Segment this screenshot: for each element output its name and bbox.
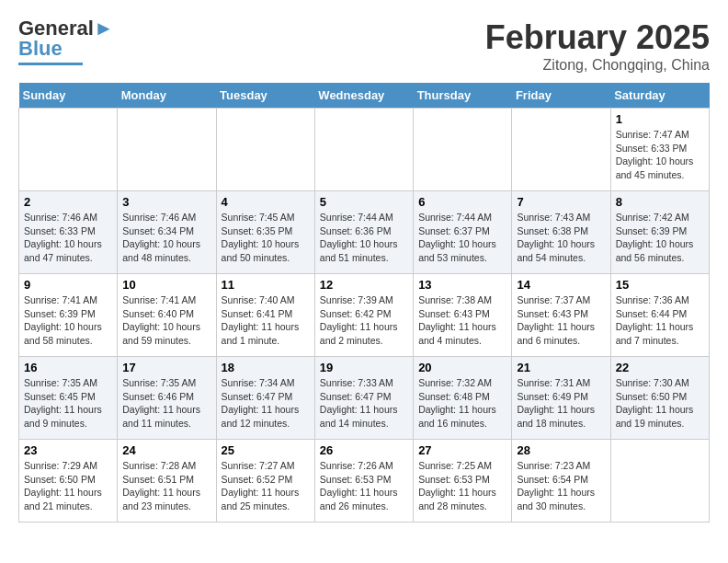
- day-number: 25: [222, 443, 310, 457]
- calendar-cell: 23Sunrise: 7:29 AM Sunset: 6:50 PM Dayli…: [19, 440, 118, 523]
- day-number: 20: [418, 361, 506, 374]
- calendar-body: 1Sunrise: 7:47 AM Sunset: 6:33 PM Daylig…: [19, 109, 710, 523]
- day-info: Sunrise: 7:40 AM Sunset: 6:41 PM Dayligh…: [222, 293, 310, 348]
- day-info: Sunrise: 7:31 AM Sunset: 6:49 PM Dayligh…: [517, 376, 605, 431]
- calendar-cell: 10Sunrise: 7:41 AM Sunset: 6:40 PM Dayli…: [118, 274, 216, 357]
- calendar-cell: 11Sunrise: 7:40 AM Sunset: 6:41 PM Dayli…: [216, 274, 314, 357]
- day-info: Sunrise: 7:46 AM Sunset: 6:34 PM Dayligh…: [122, 211, 210, 265]
- day-number: 4: [222, 195, 310, 209]
- calendar-week-5: 23Sunrise: 7:29 AM Sunset: 6:50 PM Dayli…: [19, 440, 710, 523]
- day-info: Sunrise: 7:32 AM Sunset: 6:48 PM Dayligh…: [418, 376, 506, 431]
- weekday-header-monday: Monday: [118, 83, 216, 109]
- calendar-cell: 21Sunrise: 7:31 AM Sunset: 6:49 PM Dayli…: [512, 357, 610, 440]
- calendar-cell: 3Sunrise: 7:46 AM Sunset: 6:34 PM Daylig…: [118, 191, 216, 274]
- day-number: 7: [517, 195, 605, 209]
- day-number: 3: [122, 195, 210, 209]
- calendar-cell: [414, 109, 512, 191]
- calendar-table: SundayMondayTuesdayWednesdayThursdayFrid…: [18, 83, 710, 523]
- calendar-week-3: 9Sunrise: 7:41 AM Sunset: 6:39 PM Daylig…: [19, 274, 710, 357]
- day-info: Sunrise: 7:34 AM Sunset: 6:47 PM Dayligh…: [222, 376, 310, 431]
- calendar-cell: 6Sunrise: 7:44 AM Sunset: 6:37 PM Daylig…: [414, 191, 512, 274]
- day-number: 24: [122, 443, 210, 457]
- title-section: February 2025 Zitong, Chongqing, China: [485, 18, 710, 74]
- logo-blue: Blue: [18, 37, 63, 61]
- weekday-header-tuesday: Tuesday: [216, 83, 314, 109]
- calendar-cell: [19, 109, 118, 191]
- calendar-cell: 1Sunrise: 7:47 AM Sunset: 6:33 PM Daylig…: [610, 109, 709, 191]
- calendar-cell: 27Sunrise: 7:25 AM Sunset: 6:53 PM Dayli…: [414, 440, 512, 523]
- day-info: Sunrise: 7:41 AM Sunset: 6:40 PM Dayligh…: [122, 293, 210, 348]
- calendar-cell: 14Sunrise: 7:37 AM Sunset: 6:43 PM Dayli…: [512, 274, 610, 357]
- calendar-cell: 20Sunrise: 7:32 AM Sunset: 6:48 PM Dayli…: [414, 357, 512, 440]
- day-number: 15: [616, 278, 704, 292]
- weekday-header-saturday: Saturday: [610, 83, 709, 109]
- day-number: 1: [616, 112, 704, 126]
- day-number: 9: [24, 278, 112, 292]
- day-info: Sunrise: 7:36 AM Sunset: 6:44 PM Dayligh…: [616, 293, 704, 348]
- weekday-header-sunday: Sunday: [19, 83, 118, 109]
- day-number: 18: [222, 361, 310, 374]
- calendar-cell: 26Sunrise: 7:26 AM Sunset: 6:53 PM Dayli…: [314, 440, 413, 523]
- day-info: Sunrise: 7:45 AM Sunset: 6:35 PM Dayligh…: [222, 211, 310, 265]
- calendar-cell: 18Sunrise: 7:34 AM Sunset: 6:47 PM Dayli…: [216, 357, 314, 440]
- day-info: Sunrise: 7:35 AM Sunset: 6:45 PM Dayligh…: [24, 376, 112, 431]
- day-info: Sunrise: 7:27 AM Sunset: 6:52 PM Dayligh…: [222, 459, 310, 513]
- calendar-cell: [216, 109, 314, 191]
- day-number: 13: [418, 278, 506, 292]
- calendar-week-4: 16Sunrise: 7:35 AM Sunset: 6:45 PM Dayli…: [19, 357, 710, 440]
- day-info: Sunrise: 7:33 AM Sunset: 6:47 PM Dayligh…: [320, 376, 408, 431]
- calendar-cell: 19Sunrise: 7:33 AM Sunset: 6:47 PM Dayli…: [314, 357, 413, 440]
- day-number: 2: [24, 195, 112, 209]
- day-number: 5: [320, 195, 408, 209]
- day-info: Sunrise: 7:38 AM Sunset: 6:43 PM Dayligh…: [418, 293, 506, 348]
- day-info: Sunrise: 7:44 AM Sunset: 6:36 PM Dayligh…: [320, 211, 408, 265]
- day-number: 26: [320, 443, 408, 457]
- weekday-header-row: SundayMondayTuesdayWednesdayThursdayFrid…: [19, 83, 710, 109]
- day-info: Sunrise: 7:41 AM Sunset: 6:39 PM Dayligh…: [24, 293, 112, 348]
- calendar-cell: [314, 109, 413, 191]
- day-info: Sunrise: 7:39 AM Sunset: 6:42 PM Dayligh…: [320, 293, 408, 348]
- day-number: 28: [517, 443, 605, 457]
- calendar-cell: [512, 109, 610, 191]
- calendar-cell: 28Sunrise: 7:23 AM Sunset: 6:54 PM Dayli…: [512, 440, 610, 523]
- calendar-week-1: 1Sunrise: 7:47 AM Sunset: 6:33 PM Daylig…: [19, 109, 710, 191]
- calendar-cell: 12Sunrise: 7:39 AM Sunset: 6:42 PM Dayli…: [314, 274, 413, 357]
- calendar-cell: 4Sunrise: 7:45 AM Sunset: 6:35 PM Daylig…: [216, 191, 314, 274]
- weekday-header-friday: Friday: [512, 83, 610, 109]
- calendar-cell: 2Sunrise: 7:46 AM Sunset: 6:33 PM Daylig…: [19, 191, 118, 274]
- day-info: Sunrise: 7:42 AM Sunset: 6:39 PM Dayligh…: [616, 211, 704, 265]
- day-info: Sunrise: 7:37 AM Sunset: 6:43 PM Dayligh…: [517, 293, 605, 348]
- location-title: Zitong, Chongqing, China: [485, 57, 710, 74]
- day-info: Sunrise: 7:47 AM Sunset: 6:33 PM Dayligh…: [616, 128, 704, 182]
- logo-text: General►: [18, 18, 114, 39]
- day-number: 6: [418, 195, 506, 209]
- calendar-cell: 16Sunrise: 7:35 AM Sunset: 6:45 PM Dayli…: [19, 357, 118, 440]
- calendar-cell: 15Sunrise: 7:36 AM Sunset: 6:44 PM Dayli…: [610, 274, 709, 357]
- weekday-header-wednesday: Wednesday: [314, 83, 413, 109]
- weekday-header-thursday: Thursday: [414, 83, 512, 109]
- calendar-cell: 9Sunrise: 7:41 AM Sunset: 6:39 PM Daylig…: [19, 274, 118, 357]
- day-info: Sunrise: 7:46 AM Sunset: 6:33 PM Dayligh…: [24, 211, 112, 265]
- day-number: 14: [517, 278, 605, 292]
- day-number: 11: [222, 278, 310, 292]
- day-number: 21: [517, 361, 605, 374]
- day-number: 12: [320, 278, 408, 292]
- calendar-cell: 22Sunrise: 7:30 AM Sunset: 6:50 PM Dayli…: [610, 357, 709, 440]
- calendar-cell: 7Sunrise: 7:43 AM Sunset: 6:38 PM Daylig…: [512, 191, 610, 274]
- calendar-cell: [118, 109, 216, 191]
- day-info: Sunrise: 7:26 AM Sunset: 6:53 PM Dayligh…: [320, 459, 408, 513]
- day-number: 17: [122, 361, 210, 374]
- day-info: Sunrise: 7:29 AM Sunset: 6:50 PM Dayligh…: [24, 459, 112, 513]
- calendar-cell: 24Sunrise: 7:28 AM Sunset: 6:51 PM Dayli…: [118, 440, 216, 523]
- page-header: General► Blue February 2025 Zitong, Chon…: [18, 18, 710, 74]
- calendar-cell: 13Sunrise: 7:38 AM Sunset: 6:43 PM Dayli…: [414, 274, 512, 357]
- calendar-cell: [610, 440, 709, 523]
- day-number: 16: [24, 361, 112, 374]
- calendar-cell: 25Sunrise: 7:27 AM Sunset: 6:52 PM Dayli…: [216, 440, 314, 523]
- calendar-cell: 17Sunrise: 7:35 AM Sunset: 6:46 PM Dayli…: [118, 357, 216, 440]
- day-number: 27: [418, 443, 506, 457]
- calendar-week-2: 2Sunrise: 7:46 AM Sunset: 6:33 PM Daylig…: [19, 191, 710, 274]
- logo: General► Blue: [18, 18, 114, 65]
- day-info: Sunrise: 7:30 AM Sunset: 6:50 PM Dayligh…: [616, 376, 704, 431]
- day-info: Sunrise: 7:44 AM Sunset: 6:37 PM Dayligh…: [418, 211, 506, 265]
